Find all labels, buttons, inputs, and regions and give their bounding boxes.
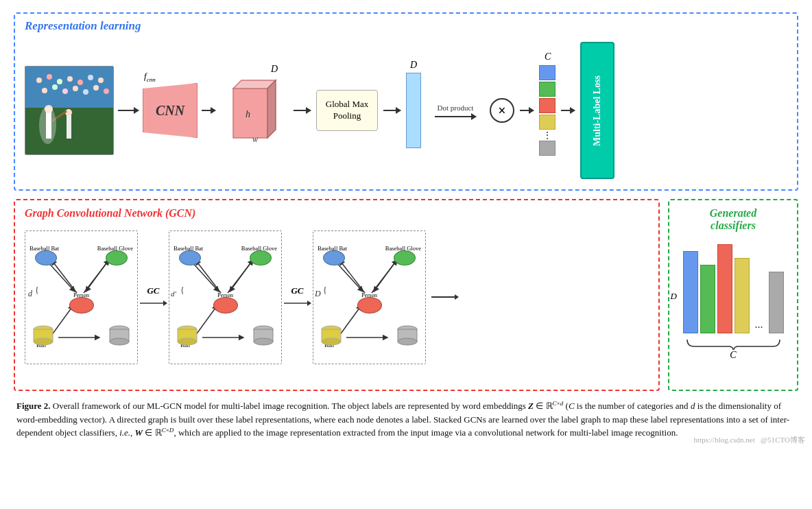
pooling-label: Global Max Pooling bbox=[317, 99, 377, 122]
gen-c-label: C bbox=[683, 350, 784, 361]
figure-caption: Figure 2. Overall framework of our ML-GC… bbox=[14, 399, 798, 440]
gcn-section: Graph Convolutional Network (GCN) bbox=[14, 199, 660, 391]
svg-point-3 bbox=[47, 74, 52, 80]
graph-2: d' { Baseball Bat Baseball Glove Person … bbox=[169, 230, 282, 364]
graph-1: d { Baseball Bat Baseball Glove bbox=[25, 230, 138, 364]
svg-marker-41 bbox=[163, 300, 167, 306]
cls-bar-5 bbox=[539, 141, 556, 156]
svg-point-14 bbox=[93, 85, 99, 91]
cls-dots: ⋮ bbox=[539, 131, 556, 139]
node-person-2 bbox=[213, 297, 238, 313]
cls-bar-4 bbox=[539, 115, 556, 130]
svg-text:d': d' bbox=[171, 289, 177, 298]
svg-marker-57 bbox=[307, 300, 311, 306]
svg-point-10 bbox=[52, 84, 58, 90]
arrow-image-to-cnn bbox=[118, 110, 139, 111]
generated-classifiers-section: Generatedclassifiers D ··· bbox=[668, 199, 798, 391]
svg-rect-18 bbox=[67, 115, 71, 139]
gc-arrow-1: GC bbox=[138, 285, 169, 309]
cls-bar-3 bbox=[539, 98, 556, 113]
svg-point-71 bbox=[398, 338, 417, 345]
gcn-label: Graph Convolutional Network (GCN) bbox=[25, 207, 649, 220]
svg-point-52 bbox=[178, 338, 197, 345]
gc-arrow-svg-2 bbox=[284, 298, 311, 309]
svg-point-6 bbox=[77, 80, 83, 85]
dim-d-label: D bbox=[271, 64, 278, 75]
svg-marker-23 bbox=[267, 80, 276, 138]
cnn-block: CNN bbox=[143, 83, 198, 138]
svg-text:{: { bbox=[180, 285, 184, 295]
arrow-cnn-to-feature bbox=[202, 110, 215, 111]
gen-col-2 bbox=[700, 265, 715, 333]
svg-text:d: d bbox=[28, 289, 33, 298]
svg-point-15 bbox=[104, 88, 109, 94]
gen-col-5 bbox=[769, 272, 784, 333]
svg-point-9 bbox=[42, 88, 47, 93]
global-max-pooling-block: Global Max Pooling bbox=[316, 90, 378, 131]
svg-point-39 bbox=[110, 338, 129, 345]
fcnn-label: fcnn bbox=[144, 71, 156, 83]
feature-map-cube: D h w bbox=[226, 76, 281, 145]
gen-col-1 bbox=[683, 251, 698, 333]
representation-learning-section: Representation learning bbox=[14, 12, 798, 191]
arrow-to-gen-svg bbox=[431, 292, 459, 303]
arrow-to-loss bbox=[561, 110, 575, 111]
svg-text:D: D bbox=[314, 289, 321, 298]
figure-number: Figure 2. bbox=[16, 401, 51, 411]
feature-vector: D bbox=[406, 73, 421, 148]
node-bat-3 bbox=[323, 250, 345, 265]
svg-point-17 bbox=[45, 105, 53, 113]
gc-label-2: GC bbox=[291, 285, 303, 296]
svg-point-11 bbox=[62, 88, 68, 94]
gen-brace: C bbox=[683, 336, 784, 361]
svg-text:h: h bbox=[246, 109, 250, 119]
c-label: C bbox=[545, 51, 551, 62]
multi-label-loss-block: Multi-Label Loss bbox=[580, 42, 614, 179]
arrow-pool-to-vector bbox=[383, 110, 401, 111]
svg-text:{: { bbox=[323, 285, 327, 295]
node-ball-cylinder-2 bbox=[176, 325, 198, 346]
svg-point-8 bbox=[98, 78, 104, 83]
arrow-feature-to-pool bbox=[294, 110, 311, 111]
top-inner-flow: fcnn CNN D bbox=[25, 42, 787, 179]
gen-columns: ··· bbox=[683, 244, 784, 333]
gc-label-1: GC bbox=[147, 285, 159, 296]
dot-product-label: Dot product bbox=[438, 104, 474, 112]
node-glove-2 bbox=[250, 250, 272, 265]
svg-point-13 bbox=[83, 89, 88, 95]
brace-svg bbox=[684, 336, 783, 350]
svg-line-46 bbox=[195, 305, 217, 335]
generated-classifiers-label: Generatedclassifiers bbox=[710, 207, 756, 232]
input-image bbox=[25, 66, 114, 155]
graph-3: D { Baseball Bat Baseball Glove Person B… bbox=[313, 230, 426, 364]
cls-bar-2 bbox=[539, 82, 556, 97]
arrow-vector-to-multiply: Dot product bbox=[435, 104, 476, 117]
svg-rect-0 bbox=[25, 67, 114, 108]
z-notation: Z bbox=[528, 401, 534, 411]
node-gray-cylinder-3 bbox=[396, 325, 418, 346]
svg-point-7 bbox=[88, 75, 93, 80]
representation-learning-label: Representation learning bbox=[25, 19, 141, 33]
svg-line-28 bbox=[47, 261, 75, 292]
bottom-row: Graph Convolutional Network (GCN) bbox=[14, 199, 798, 391]
svg-point-36 bbox=[34, 338, 53, 345]
svg-point-4 bbox=[57, 79, 62, 84]
svg-point-55 bbox=[254, 338, 273, 345]
arrow-multiply-to-classifier bbox=[520, 110, 534, 111]
svg-point-2 bbox=[36, 78, 42, 83]
node-ball-cylinder-3 bbox=[320, 325, 342, 346]
node-bat-2 bbox=[179, 250, 201, 265]
d-label-top: D bbox=[410, 60, 417, 71]
gen-d-label: D bbox=[671, 291, 677, 302]
gc-arrow-svg-1 bbox=[140, 298, 167, 309]
cls-bar-1 bbox=[539, 65, 556, 80]
node-glove-3 bbox=[394, 250, 416, 265]
gc-arrow-2: GC bbox=[282, 285, 313, 309]
svg-text:w: w bbox=[252, 134, 258, 144]
node-ball-cylinder-1 bbox=[32, 325, 54, 346]
svg-point-12 bbox=[73, 86, 78, 91]
node-gray-cylinder-1 bbox=[108, 325, 130, 346]
multiply-symbol: × bbox=[490, 98, 514, 123]
svg-rect-16 bbox=[46, 111, 51, 139]
node-person-1 bbox=[69, 297, 94, 313]
